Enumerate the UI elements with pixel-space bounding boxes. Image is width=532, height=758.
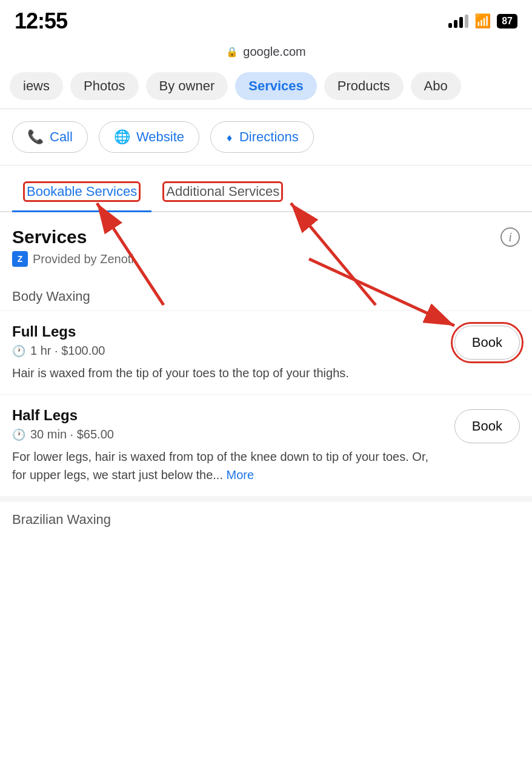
section-divider — [0, 496, 532, 502]
call-label: Call — [50, 129, 73, 145]
tab-photos[interactable]: Photos — [70, 72, 139, 100]
status-bar: 12:55 📶 87 — [0, 0, 532, 40]
service-duration-full-legs: 1 hr · $100.00 — [30, 344, 105, 358]
provider-text: Provided by Zenoti — [33, 252, 134, 266]
call-button[interactable]: 📞 Call — [12, 121, 88, 153]
tab-products[interactable]: Products — [324, 72, 404, 100]
category-brazilian-waxing: Brazilian Waxing — [0, 502, 532, 534]
more-link-half-legs[interactable]: More — [227, 468, 254, 481]
service-meta-full-legs: 🕐 1 hr · $100.00 — [12, 344, 442, 358]
directions-button[interactable]: ⬧ Directions — [210, 121, 314, 153]
tab-about[interactable]: Abo — [411, 72, 461, 100]
phone-icon: 📞 — [27, 129, 44, 145]
service-right-full-legs: Book — [454, 323, 520, 360]
services-title: Services — [12, 227, 87, 247]
tabs-container: iews Photos By owner Services Products A… — [0, 66, 532, 109]
service-right-half-legs: Book — [454, 407, 520, 443]
bookable-services-highlight: Bookable Services — [27, 184, 137, 200]
provider-line: Z Provided by Zenoti — [12, 251, 520, 267]
book-button-full-legs[interactable]: Book — [454, 326, 520, 360]
tab-reviews[interactable]: iews — [10, 72, 63, 100]
tab-services[interactable]: Services — [235, 72, 317, 100]
service-desc-full-legs: Hair is waxed from the tip of your toes … — [12, 364, 442, 382]
tab-by-owner[interactable]: By owner — [146, 72, 228, 100]
service-duration-half-legs: 30 min · $65.00 — [30, 428, 114, 441]
globe-icon: 🌐 — [114, 129, 130, 145]
sub-tabs: Bookable Services Additional Services — [0, 172, 532, 212]
services-section: Services i Z Provided by Zenoti — [0, 212, 532, 267]
address-bar[interactable]: 🔒 google.com — [0, 40, 532, 66]
wifi-icon: 📶 — [474, 13, 491, 29]
status-icons: 📶 87 — [448, 13, 517, 29]
additional-services-highlight: Additional Services — [166, 184, 279, 200]
service-item-full-legs: Full Legs 🕐 1 hr · $100.00 Hair is waxed… — [0, 310, 532, 394]
sub-tab-additional[interactable]: Additional Services — [151, 173, 294, 212]
clock-icon: 🕐 — [12, 344, 25, 358]
directions-icon: ⬧ — [225, 129, 233, 145]
book-button-half-legs[interactable]: Book — [454, 409, 520, 443]
battery-indicator: 87 — [497, 14, 517, 29]
service-details-full-legs: Full Legs 🕐 1 hr · $100.00 Hair is waxed… — [12, 323, 454, 382]
clock-icon-2: 🕐 — [12, 428, 25, 441]
sub-tab-bookable[interactable]: Bookable Services — [12, 173, 151, 212]
category-body-waxing: Body Waxing — [0, 279, 532, 310]
service-name-half-legs: Half Legs — [12, 407, 442, 424]
service-meta-half-legs: 🕐 30 min · $65.00 — [12, 428, 442, 441]
signal-icon — [448, 15, 468, 28]
services-header: Services i — [12, 227, 520, 247]
service-details-half-legs: Half Legs 🕐 30 min · $65.00 For lower le… — [12, 407, 454, 484]
lock-icon: 🔒 — [226, 46, 238, 58]
service-desc-half-legs: For lower legs, hair is waxed from top o… — [12, 448, 442, 484]
sub-tabs-wrapper: Bookable Services Additional Services — [0, 172, 532, 212]
service-item-half-legs: Half Legs 🕐 30 min · $65.00 For lower le… — [0, 394, 532, 496]
zenoti-logo: Z — [12, 251, 28, 267]
url-text: google.com — [243, 45, 305, 59]
website-label: Website — [136, 129, 184, 145]
info-icon[interactable]: i — [500, 227, 520, 247]
book-btn-wrapper-full-legs: Book — [454, 326, 520, 360]
status-time: 12:55 — [15, 8, 67, 34]
website-button[interactable]: 🌐 Website — [99, 121, 199, 153]
service-name-full-legs: Full Legs — [12, 323, 442, 340]
directions-label: Directions — [239, 129, 299, 145]
book-button-highlight-full-legs: Book — [454, 326, 520, 360]
action-buttons: 📞 Call 🌐 Website ⬧ Directions — [0, 109, 532, 166]
